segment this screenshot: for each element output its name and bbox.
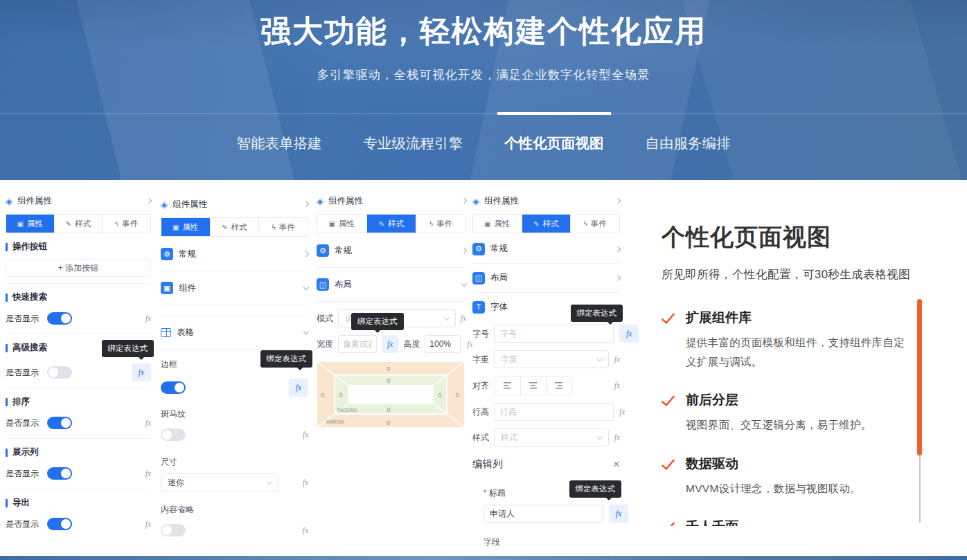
box-model-diagram: 0 0 0 0 0 0 0 0 PADDING MARGIN [317, 361, 465, 428]
tab-event[interactable]: ϟ 事件 [416, 215, 465, 233]
fx-button-active[interactable]: fx [609, 505, 628, 523]
font-size-input[interactable] [494, 325, 614, 343]
chevron-down-icon [596, 355, 602, 361]
fx-button[interactable]: fx [614, 433, 620, 442]
align-left-button[interactable] [495, 377, 520, 395]
tab-properties[interactable]: ▣ 属性 [317, 215, 366, 233]
group-row-general[interactable]: ⚙ 常规 [161, 244, 308, 264]
cube-icon: ◈ [317, 197, 323, 206]
quick-search-toggle[interactable] [47, 312, 72, 325]
tab-service-orchestration[interactable]: 自由服务编排 [643, 132, 734, 154]
fx-button[interactable]: fx [614, 355, 620, 363]
ellipsis-toggle[interactable] [161, 524, 186, 536]
tab-properties[interactable]: ▣ 属性 [6, 215, 54, 233]
group-row-layout[interactable]: ◫ 布局 [472, 268, 620, 288]
add-button[interactable]: + 添加按钮 [6, 259, 151, 277]
scroll-indicator-thumb[interactable] [917, 299, 922, 455]
fx-button[interactable]: fx [614, 381, 620, 390]
content-area: ◈ 组件属性 ▣ 属性 ✎ 样式 ϟ 事件 操作按钮 + 添加按钮 [0, 180, 967, 556]
feature-list: 扩展组件库 提供丰富的页面模板和组件，支持组件库自定义扩展与调试。 前后分层 视… [662, 309, 928, 526]
divider [161, 315, 308, 316]
tab-label: 属性 [339, 219, 355, 229]
panel-header: ◈ 组件属性 [161, 196, 308, 213]
fx-button[interactable]: fx [303, 478, 308, 487]
chevron-down-icon [596, 433, 602, 439]
layout-icon: ◫ [317, 278, 329, 291]
width-input[interactable] [338, 335, 377, 353]
line-height-input[interactable] [494, 403, 614, 421]
height-input[interactable] [425, 335, 461, 353]
tab-smart-form[interactable]: 智能表单搭建 [234, 132, 325, 154]
fx-button-active[interactable]: fx [619, 325, 639, 343]
required-mark: * [484, 488, 487, 498]
style-select[interactable]: 样式 [494, 428, 609, 446]
property-panel-4: ◈ 组件属性 ▣ 属性 ✎ 样式 ϟ 事件 ⚙ [472, 192, 620, 560]
margin-label: MARGIN [326, 419, 344, 424]
tab-properties[interactable]: ▣ 属性 [473, 215, 522, 233]
chevron-right-icon [615, 275, 621, 280]
divider [161, 271, 308, 271]
sort-toggle[interactable] [47, 417, 72, 429]
border-toggle[interactable] [161, 381, 186, 394]
group-row-component[interactable]: ▣ 组件 [161, 278, 308, 298]
check-icon [662, 392, 675, 407]
group-row-general[interactable]: ⚙ 常规 [317, 240, 466, 261]
fx-button[interactable]: fx [145, 469, 151, 478]
align-right-button[interactable] [546, 377, 571, 395]
size-select[interactable]: 迷你 [161, 473, 278, 491]
group-row-general[interactable]: ⚙ 常规 [472, 239, 620, 259]
font-weight-select[interactable]: 字重 [494, 350, 609, 368]
align-center-button[interactable] [520, 377, 546, 395]
group-row-table[interactable]: 表格 [161, 322, 308, 343]
collapse-chevron-icon[interactable] [146, 198, 152, 204]
tab-style[interactable]: ✎ 样式 [366, 215, 416, 233]
fx-button-active[interactable]: fx [289, 379, 308, 397]
section-sort: 排序 [6, 396, 151, 408]
field-label-height: 高度 [403, 338, 420, 350]
fx-button-active[interactable]: fx [132, 363, 151, 381]
table-icon [161, 328, 171, 337]
tab-style[interactable]: ✎ 样式 [522, 215, 571, 233]
tab-process-engine[interactable]: 专业级流程引擎 [361, 132, 466, 154]
tab-style[interactable]: ✎ 样式 [210, 218, 259, 236]
tab-personalized-view[interactable]: 个性化页面视图 [502, 132, 607, 154]
edit-column-header: 编辑列 × [472, 458, 620, 471]
tab-event[interactable]: ϟ 事件 [258, 218, 308, 236]
properties-icon: ▣ [484, 220, 490, 228]
fx-button[interactable]: fx [619, 408, 625, 416]
component-icon: ▣ [161, 282, 173, 294]
toggle-row: 是否显示 fx [6, 414, 151, 432]
tab-event[interactable]: ϟ 事件 [102, 215, 150, 233]
divider [6, 283, 151, 284]
padding-bottom-value: 0 [387, 406, 390, 413]
close-icon[interactable]: × [613, 458, 620, 470]
collapse-chevron-icon[interactable] [303, 201, 309, 207]
fx-button-active[interactable]: fx [382, 335, 398, 353]
group-label: 常规 [335, 245, 352, 257]
tab-properties[interactable]: ▣ 属性 [161, 218, 210, 236]
fx-button[interactable]: fx [461, 314, 466, 323]
divider [6, 334, 151, 334]
display-columns-toggle[interactable] [47, 467, 72, 480]
fx-button[interactable]: fx [145, 314, 151, 323]
line-height-field-row: 行高 fx [472, 403, 620, 421]
toggle-row: 是否显示 fx [6, 309, 151, 327]
fx-button[interactable]: fx [303, 431, 308, 439]
zebra-toggle[interactable] [161, 428, 186, 441]
page-title: 强大功能，轻松构建个性化应用 [0, 11, 967, 52]
title-input[interactable] [484, 505, 603, 523]
group-row-layout[interactable]: ◫ 布局 [317, 274, 466, 295]
fx-button[interactable]: fx [145, 520, 151, 528]
collapse-chevron-icon[interactable] [615, 198, 621, 204]
chevron-right-icon [615, 246, 621, 251]
collapse-chevron-icon[interactable] [461, 198, 467, 204]
export-toggle[interactable] [47, 518, 72, 530]
title-input-row: 绑定表达式 fx [484, 505, 620, 523]
tab-style[interactable]: ✎ 样式 [54, 215, 103, 233]
tab-event[interactable]: ϟ 事件 [570, 215, 619, 233]
panel-header: ◈ 组件属性 [6, 192, 151, 209]
advanced-search-toggle[interactable] [47, 366, 72, 379]
event-icon: ϟ [115, 220, 118, 228]
fx-button[interactable]: fx [145, 419, 151, 427]
fx-button[interactable]: fx [303, 526, 308, 534]
